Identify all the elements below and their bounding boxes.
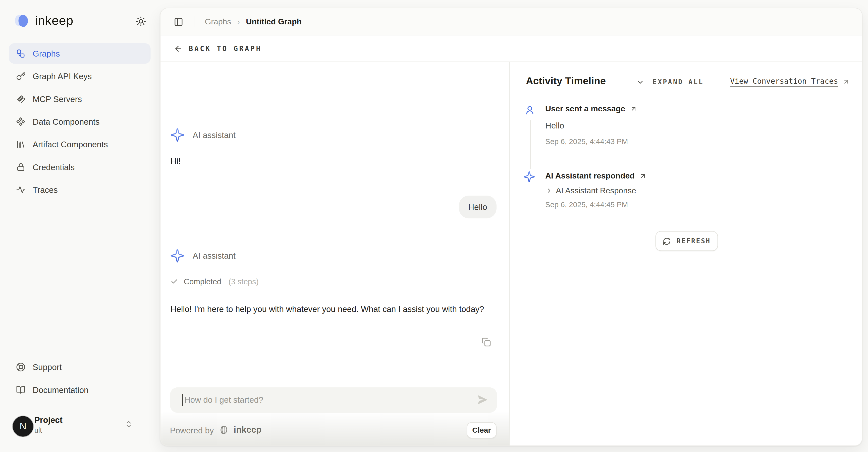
divider bbox=[194, 16, 194, 27]
inkeep-logo[interactable]: inkeep bbox=[13, 13, 73, 29]
timeline-title: Activity Timeline bbox=[526, 76, 606, 87]
sidebar-item-traces[interactable]: Traces bbox=[9, 179, 150, 200]
life-buoy-icon bbox=[16, 362, 25, 372]
activity-timeline-panel: Activity Timeline EXPAND ALL View Conver… bbox=[510, 62, 862, 446]
chat-input-placeholder: How do I get started? bbox=[184, 387, 263, 413]
user-icon bbox=[525, 105, 535, 115]
timeline-item-timestamp: Sep 6, 2025, 4:44:45 PM bbox=[545, 201, 628, 209]
sparkles-icon bbox=[523, 171, 535, 183]
content-area: AI assistant Hi! Hello AI assistant bbox=[160, 62, 862, 446]
inkeep-wordmark: inkeep bbox=[35, 13, 73, 28]
status-label: Completed bbox=[184, 277, 221, 286]
sparkles-icon bbox=[170, 248, 185, 263]
sidebar-item-label: Artifact Components bbox=[33, 140, 108, 149]
powered-by-brand[interactable]: inkeep bbox=[234, 425, 262, 435]
avatar: N bbox=[13, 416, 33, 437]
sidebar-item-graphs[interactable]: Graphs bbox=[9, 43, 150, 64]
breadcrumb-current: Untitled Graph bbox=[246, 17, 302, 26]
sidebar-item-support[interactable]: Support bbox=[9, 357, 150, 377]
arrow-up-right-icon bbox=[630, 105, 638, 112]
workflow-icon bbox=[16, 49, 25, 58]
timeline-item-timestamp: Sep 6, 2025, 4:44:43 PM bbox=[545, 138, 628, 146]
breadcrumb-bar: Graphs › Untitled Graph bbox=[160, 8, 862, 35]
completion-status[interactable]: Completed (3 steps) bbox=[170, 277, 259, 286]
app-root: inkeep Graphs Graph API Keys bbox=[0, 0, 868, 452]
main-panel: Graphs › Untitled Graph BACK TO GRAPH bbox=[160, 8, 863, 446]
project-name: Project bbox=[34, 415, 63, 426]
sidebar-item-artifact-components[interactable]: Artifact Components bbox=[9, 134, 150, 154]
assistant-message-text: Hi! bbox=[170, 157, 181, 166]
sidebar-item-label: Support bbox=[33, 362, 62, 372]
powered-by: Powered by inkeep bbox=[170, 422, 497, 438]
lock-icon bbox=[16, 162, 25, 172]
panel-left-icon bbox=[174, 17, 183, 26]
sidebar-nav: Graphs Graph API Keys MCP Servers Data C… bbox=[9, 43, 150, 200]
theme-toggle-button[interactable] bbox=[133, 13, 149, 29]
breadcrumb-parent[interactable]: Graphs bbox=[205, 17, 231, 26]
ai-assistant-response-expander[interactable]: AI Assistant Response bbox=[546, 186, 636, 195]
status-steps: (3 steps) bbox=[228, 277, 259, 286]
sidebar-item-mcp-servers[interactable]: MCP Servers bbox=[9, 89, 150, 109]
refresh-icon bbox=[663, 237, 671, 245]
sidebar-item-label: Credentials bbox=[33, 162, 74, 172]
sidebar-item-credentials[interactable]: Credentials bbox=[9, 157, 150, 177]
assistant-label: AI assistant bbox=[193, 251, 236, 260]
powered-by-label: Powered by bbox=[170, 425, 214, 435]
back-to-graph-label: BACK TO GRAPH bbox=[189, 44, 262, 53]
timeline-item-title[interactable]: User sent a message bbox=[545, 104, 637, 113]
chevron-down-icon[interactable] bbox=[636, 78, 644, 86]
assistant-message-header: AI assistant bbox=[170, 248, 236, 263]
mcp-icon bbox=[16, 94, 25, 104]
arrow-up-right-icon bbox=[843, 78, 850, 85]
refresh-button[interactable]: REFRESH bbox=[655, 231, 718, 251]
sidebar-item-label: MCP Servers bbox=[33, 94, 82, 104]
key-icon bbox=[16, 72, 25, 81]
timeline-item-title-text: User sent a message bbox=[545, 104, 625, 113]
assistant-label: AI assistant bbox=[193, 130, 236, 140]
timeline-item-title[interactable]: AI Assistant responded bbox=[545, 171, 647, 180]
sidebar-item-graph-api-keys[interactable]: Graph API Keys bbox=[9, 66, 150, 86]
send-button[interactable] bbox=[476, 393, 489, 406]
sidebar-header: inkeep bbox=[13, 12, 149, 30]
project-switcher[interactable]: N Project ult bbox=[9, 412, 150, 440]
expand-all-button[interactable]: EXPAND ALL bbox=[653, 78, 704, 86]
arrow-left-icon bbox=[174, 44, 183, 53]
inkeep-logo-icon bbox=[13, 13, 31, 29]
sidebar-item-label: Data Components bbox=[33, 117, 99, 126]
sidebar-item-label: Graphs bbox=[33, 49, 60, 58]
view-conversation-traces-link[interactable]: View Conversation Traces bbox=[730, 77, 850, 87]
chat-footer: Powered by inkeep Clear bbox=[170, 422, 497, 438]
clear-button[interactable]: Clear bbox=[467, 422, 497, 439]
project-subtitle: ult bbox=[34, 426, 63, 436]
sparkles-icon bbox=[170, 128, 185, 143]
send-icon bbox=[476, 393, 489, 406]
timeline-item-body: AI Assistant Response bbox=[556, 186, 636, 195]
sidebar-toggle-button[interactable] bbox=[174, 17, 183, 26]
timeline-item-body: Hello bbox=[545, 121, 564, 130]
user-message-bubble: Hello bbox=[459, 196, 497, 218]
view-traces-label: View Conversation Traces bbox=[730, 77, 838, 87]
book-open-icon bbox=[16, 385, 25, 394]
check-icon bbox=[170, 278, 178, 285]
sidebar-item-documentation[interactable]: Documentation bbox=[9, 379, 150, 400]
copy-icon bbox=[481, 337, 491, 347]
sidebar-footer-nav: Support Documentation bbox=[9, 357, 150, 400]
breadcrumb-separator: › bbox=[237, 17, 240, 26]
chat-input[interactable]: How do I get started? bbox=[170, 387, 497, 413]
activity-icon bbox=[16, 185, 25, 194]
refresh-label: REFRESH bbox=[677, 237, 711, 245]
text-caret bbox=[182, 394, 183, 406]
inkeep-mark-icon bbox=[218, 424, 229, 435]
timeline-connector bbox=[530, 120, 530, 169]
back-to-graph-button[interactable]: BACK TO GRAPH bbox=[160, 36, 862, 61]
project-texts: Project ult bbox=[34, 415, 63, 436]
chevron-right-icon bbox=[546, 187, 552, 194]
copy-button[interactable] bbox=[481, 337, 491, 347]
sidebar: inkeep Graphs Graph API Keys bbox=[0, 0, 159, 452]
sidebar-item-label: Documentation bbox=[33, 385, 88, 394]
arrow-up-right-icon bbox=[640, 172, 647, 179]
chat-panel: AI assistant Hi! Hello AI assistant bbox=[160, 62, 510, 446]
chevrons-up-down-icon[interactable] bbox=[125, 420, 133, 428]
sidebar-item-data-components[interactable]: Data Components bbox=[9, 111, 150, 132]
component-icon bbox=[16, 117, 25, 126]
